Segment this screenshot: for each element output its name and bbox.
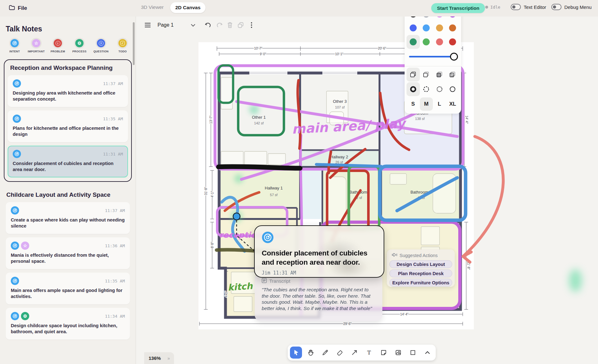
file-menu[interactable]: File — [9, 0, 27, 17]
legend-question[interactable]: ? QUESTION — [91, 38, 111, 53]
note-card[interactable]: ⚙ 11:34 AM Design childcare space layout… — [6, 308, 130, 340]
dim-bottom-inner: 14' 4" — [400, 312, 408, 316]
note-tool[interactable] — [378, 347, 390, 359]
rectangle-tool[interactable] — [407, 347, 419, 359]
svg-text:26 sf: 26 sf — [335, 160, 343, 164]
note-time: 11:34 AM — [105, 314, 125, 319]
svg-text:107 sf: 107 sf — [335, 105, 345, 109]
redo-icon[interactable] — [214, 20, 225, 30]
layers-filled-icon[interactable] — [433, 68, 446, 82]
note-anchor-handle[interactable] — [233, 213, 240, 220]
start-transcription-button[interactable]: Start Transcription — [431, 3, 485, 13]
legend-todo[interactable]: ✓ TODO — [112, 38, 133, 53]
cursor-tool[interactable] — [290, 347, 302, 359]
image-tool[interactable] — [392, 347, 404, 359]
sidebar-scrollbar[interactable] — [133, 22, 135, 65]
color-swatch-green-selected[interactable] — [407, 35, 420, 49]
note-time: 11:35 AM — [105, 279, 125, 283]
tab-2d-canvas[interactable]: 2D Canvas — [170, 2, 205, 13]
legend-problem[interactable]: ! PROBLEM — [48, 38, 68, 53]
handwriting-kitchen[interactable]: kitch — [227, 281, 253, 293]
action-design-cubies-layout[interactable]: Design Cubies Layout — [389, 260, 452, 268]
hand-tool[interactable] — [305, 347, 317, 359]
dim-right-upper: 14' 4" — [465, 116, 469, 124]
note-time: 11:35 AM — [103, 116, 123, 121]
transcript-quote: "The cubies and the reception area. Righ… — [262, 287, 375, 311]
talk-notes-sidebar: Talk Notes INTENT ☆ IMPORTANT ! PROBLEM … — [0, 17, 136, 364]
chevrons-right-icon[interactable]: » — [167, 356, 170, 361]
group-title: Reception and Workspace Planning — [10, 64, 128, 71]
circle-dotted-icon[interactable] — [433, 82, 446, 96]
toggle-icon — [551, 4, 561, 10]
chevron-up-icon — [424, 351, 431, 354]
room-label: Hallway 1 — [265, 186, 283, 190]
menu-icon[interactable] — [142, 20, 153, 30]
action-plan-reception-desk[interactable]: Plan Reception Desk — [389, 269, 452, 277]
note-card[interactable]: 11:35 AM Plans for kitchenette and offic… — [8, 110, 128, 142]
legend-intent[interactable]: INTENT — [4, 38, 25, 53]
hand-icon — [307, 349, 314, 356]
color-swatch-orange[interactable] — [446, 21, 460, 35]
chevron-down-icon[interactable] — [188, 20, 198, 30]
target-icon — [11, 312, 19, 320]
text-editor-toggle[interactable]: Text Editor — [511, 4, 546, 10]
circle-bold-icon[interactable] — [407, 82, 420, 96]
duplicate-icon[interactable] — [235, 20, 246, 30]
color-swatch-light-blue[interactable] — [420, 21, 433, 35]
slider-thumb[interactable] — [450, 53, 458, 61]
legend-important[interactable]: ☆ IMPORTANT — [26, 38, 46, 53]
size-l-button[interactable]: L — [433, 97, 446, 111]
zoom-level: 136% — [149, 355, 161, 361]
debug-menu-toggle[interactable]: Debug Menu — [551, 4, 592, 10]
circle-thin-icon[interactable] — [446, 82, 460, 96]
gear-icon: ⚙ — [75, 39, 84, 47]
star-icon: ☆ — [21, 242, 29, 250]
svg-text:57 sf: 57 sf — [270, 193, 278, 197]
color-swatch-salmon[interactable] — [433, 35, 446, 49]
color-swatch-amber[interactable] — [433, 21, 446, 35]
layers-hatch-icon[interactable] — [446, 68, 460, 82]
black-marker-stroke[interactable] — [218, 167, 300, 168]
arrow-tool[interactable] — [348, 347, 360, 359]
note-card[interactable]: 11:37 AM Designing play area with kitche… — [8, 75, 128, 107]
transcription-status: Idle — [485, 5, 500, 10]
page-toolbar: Page 1 — [142, 19, 257, 31]
more-tools[interactable] — [421, 347, 433, 359]
text-tool[interactable]: T — [363, 347, 375, 359]
color-swatch-red[interactable] — [446, 35, 460, 49]
room-label: Other 1 — [252, 115, 265, 120]
layers-outline-icon[interactable] — [407, 68, 420, 82]
tab-3d-viewer[interactable]: 3D Viewer — [141, 4, 164, 10]
eraser-tool[interactable] — [334, 347, 346, 359]
legend-process[interactable]: ⚙ PROCESS — [69, 38, 90, 53]
popup-note-title: Consider placement of cubicles and recep… — [262, 248, 377, 267]
note-card[interactable]: 11:35 AM Main area offers ample space an… — [6, 273, 130, 304]
page-selector-label[interactable]: Page 1 — [158, 22, 174, 28]
pencil-tool[interactable] — [319, 347, 331, 359]
note-card[interactable]: 11:37 AM Create a space where kids can p… — [6, 202, 130, 234]
undo-icon[interactable] — [203, 20, 214, 30]
note-time: 11:37 AM — [103, 81, 123, 86]
color-swatch-blue[interactable] — [407, 21, 420, 35]
note-text: Create a space where kids can play witho… — [11, 217, 125, 229]
size-s-button[interactable]: S — [407, 97, 420, 111]
size-options: S M L XL — [405, 96, 461, 111]
size-xl-button[interactable]: XL — [446, 97, 460, 111]
note-card[interactable]: ☆ 11:36 AM Mania is effectively distance… — [6, 237, 130, 269]
action-explore-furniture-options[interactable]: Explore Furniture Options — [389, 279, 452, 287]
stroke-width-slider[interactable] — [409, 50, 457, 63]
layers-white-icon[interactable] — [420, 68, 433, 82]
kebab-icon[interactable] — [246, 20, 257, 30]
color-swatch-light-green[interactable] — [420, 35, 433, 49]
note-type-legend: INTENT ☆ IMPORTANT ! PROBLEM ⚙ PROCESS ?… — [4, 38, 134, 53]
rectangle-icon — [409, 349, 416, 356]
circle-dashed-icon[interactable] — [420, 82, 433, 96]
trash-icon[interactable] — [225, 20, 235, 30]
zoom-control[interactable]: 136% » — [144, 352, 174, 364]
size-m-button[interactable]: M — [420, 97, 433, 111]
drawing-canvas[interactable]: 10' 7" 20' 6" 9' 0" 10' 1" 31' 8" 13' 7"… — [136, 17, 598, 364]
note-popup[interactable]: Consider placement of cubicles and recep… — [254, 225, 384, 278]
gear-icon: ⚙ — [21, 312, 29, 320]
dim-left-outer: 31' 8" — [204, 187, 208, 195]
note-card-selected[interactable]: 11:31 AM Consider placement of cubicles … — [8, 146, 128, 177]
